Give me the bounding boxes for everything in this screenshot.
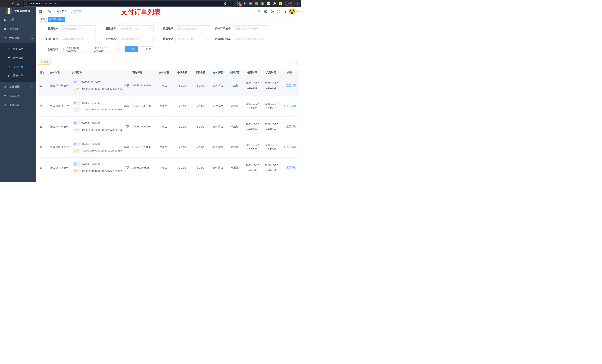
app-select[interactable] (120, 27, 148, 30)
view-detail-link[interactable]: 查看详情 (283, 104, 297, 108)
reset-button[interactable]: 重置 (140, 46, 154, 52)
extensions-puzzle-icon[interactable] (272, 2, 276, 5)
cell-actions: 查看详情 (281, 84, 299, 87)
pay-order-no: 4200001174202110278060590766 (82, 87, 122, 90)
tag-label: 首页 (41, 18, 45, 21)
channel-order-no-input[interactable] (63, 38, 93, 41)
help-icon[interactable] (271, 10, 274, 13)
browser-menu-icon[interactable]: ⋮ (296, 2, 299, 5)
refund-status-select[interactable] (178, 38, 206, 41)
sidebar-item-payment[interactable]: ¥ 支付管理 (0, 34, 36, 43)
browser-forward-icon[interactable]: → (6, 1, 11, 6)
share-icon[interactable] (224, 2, 227, 5)
col-created: 创建时间 (243, 71, 262, 74)
view-detail-link[interactable]: 查看详情 (283, 125, 297, 128)
merchant-input[interactable] (63, 27, 93, 30)
view-detail-link[interactable]: 查看详情 (283, 146, 297, 149)
view-detail-link[interactable]: 查看详情 (283, 166, 297, 169)
dashboard-icon (4, 18, 7, 21)
merchant-tag: 商户 (73, 121, 80, 125)
sidebar-item-workflow[interactable]: 工作流程 (0, 101, 36, 110)
top-navbar: 首页 / 支付管理 / 支付订单 TT (36, 7, 301, 16)
cell-refund: ¥ 0.00 (192, 105, 209, 108)
date-range-picker[interactable]: 2021-10-01 00:00:00 - 2021-10-31 23:59:5… (60, 46, 119, 53)
browser-reload-icon[interactable]: ⟳ (11, 1, 16, 6)
browser-home-icon[interactable]: ⌂ (16, 1, 21, 6)
form-item-app: 应用编号 (96, 25, 154, 32)
cell-channel: 微信 JSAPI 支付 (48, 166, 70, 169)
toggle-search-button[interactable] (287, 59, 292, 64)
cell-created: 2021-10-2713:19:09 (243, 102, 262, 111)
cell-created: 2021-10-2713:11:08 (243, 163, 262, 172)
form-item-channel-code: 渠道编码 (153, 25, 211, 32)
chevron-down-icon (206, 28, 209, 30)
export-button[interactable]: 导出 (38, 59, 51, 64)
breadcrumb-section[interactable]: 支付管理 (57, 10, 67, 13)
merchant-order-no: 1635311881440 (82, 122, 100, 125)
font-size-icon[interactable]: TT (284, 10, 286, 13)
channel-code-select[interactable] (178, 27, 206, 30)
avatar-caret-icon[interactable]: ▾ (297, 10, 298, 13)
sidebar-fold-icon[interactable] (39, 10, 43, 13)
cell-title: 标题：1635311823086 (120, 146, 155, 149)
sidebar-item-infrastructure[interactable]: 基础设施 (0, 82, 36, 91)
tag-home[interactable]: 首页 (39, 17, 47, 22)
sidebar-item-home[interactable]: 首页 (0, 15, 36, 24)
chrome-update-button[interactable]: 更新 (285, 1, 294, 6)
cell-no: 18 (38, 146, 48, 149)
extension-gem-icon[interactable] (243, 2, 247, 5)
extension-dot-icon[interactable] (255, 2, 258, 5)
github-icon[interactable] (264, 10, 268, 13)
cell-refund: ¥ 0.00 (192, 146, 209, 149)
form-item-merchant-order-no: 商户订单编号 (211, 25, 269, 32)
cell-channel: 微信 JSAPI 支付 (48, 146, 70, 149)
fullscreen-icon[interactable] (277, 10, 280, 13)
breadcrumb-home[interactable]: 首页 (47, 10, 53, 13)
field-label: 创建时间 (38, 48, 60, 51)
refresh-button[interactable] (294, 59, 299, 64)
sidebar-item-system[interactable]: 系统管理 (0, 24, 36, 34)
tag-close-icon[interactable]: × (62, 18, 64, 20)
col-title: 商品标题 (120, 71, 155, 74)
document-icon (8, 74, 11, 77)
pay-status-select[interactable] (120, 38, 148, 41)
tag-pay-order[interactable]: 支付订单 × (48, 17, 65, 22)
cell-pay-order: 商户1635311468233 支付4200001194202110276752… (70, 162, 120, 173)
cell-fee: ¥ 0.00 (173, 105, 192, 108)
extension-command-icon[interactable]: ⌘ (249, 2, 252, 5)
created-time: 13:11:08 (244, 168, 261, 172)
browser-back-icon[interactable]: ← (1, 1, 6, 6)
merchant-order-no-input[interactable] (235, 27, 266, 30)
address-bar[interactable]: i localhost:1024/pay/order ☆ (22, 1, 234, 6)
extension-y-icon[interactable]: y (261, 2, 264, 5)
sidebar-item-pay-order[interactable]: 支付订单 (0, 62, 36, 71)
command-glyph: ⌘ (250, 2, 252, 5)
col-actions: 操作 (281, 71, 299, 74)
form-item-notify-status: 回调商户状态 (211, 36, 269, 42)
extension-chat-icon[interactable] (267, 2, 270, 5)
sidebar-item-app-info[interactable]: 应用信息 (0, 54, 36, 62)
user-avatar[interactable] (289, 9, 295, 14)
payment-submenu: 商户信息 应用信息 支付订单 退款订单 (0, 43, 36, 82)
chevron-down-icon (206, 38, 209, 40)
cell-title: 标题：1635311468233 (120, 166, 155, 169)
profile-avatar-icon[interactable] (279, 2, 282, 5)
col-fee: 手续金额 (173, 71, 192, 74)
site-info-icon[interactable]: i (24, 2, 27, 5)
view-detail-link[interactable]: 查看详情 (283, 84, 297, 87)
form-item-refund-status: 退款状态 (153, 36, 211, 42)
notify-status-select[interactable] (235, 38, 263, 41)
sidebar-item-label: 首页 (9, 18, 33, 21)
sidebar-item-dev-tools[interactable]: 研发工具 (0, 91, 36, 101)
search-icon[interactable] (257, 10, 261, 13)
breadcrumb-separator: / (54, 10, 55, 13)
form-item-channel-order-no: 渠道订单号 (38, 36, 96, 42)
sidebar-item-refund-order[interactable]: 退款订单 (0, 71, 36, 80)
sidebar-item-merchant-info[interactable]: 商户信息 (0, 45, 36, 54)
merchant-order-no: 1635311823086 (82, 142, 100, 145)
sidebar-item-label: 商户信息 (13, 48, 33, 51)
cell-created: 2021-10-2713:22:05 (243, 81, 262, 90)
bookmark-star-icon[interactable]: ☆ (229, 2, 232, 5)
search-button[interactable]: 搜索 (125, 46, 138, 52)
extension-blocks-icon[interactable]: 10 (237, 2, 240, 5)
